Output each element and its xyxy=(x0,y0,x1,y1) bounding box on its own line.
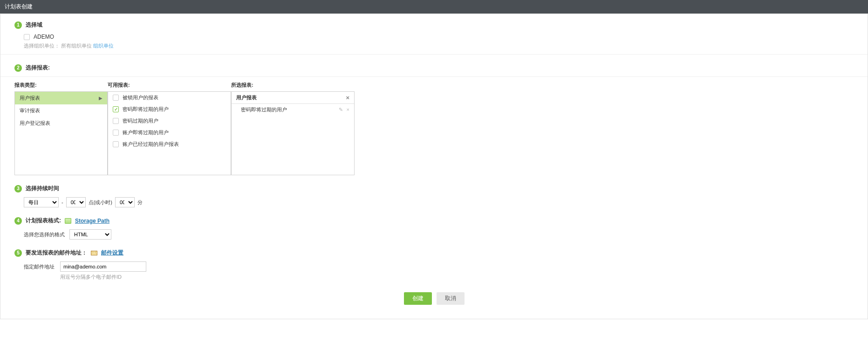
mail-icon xyxy=(91,251,97,255)
avail-label: 密码过期的用户 xyxy=(123,117,158,124)
domain-label: ADEMO xyxy=(34,34,54,40)
types-list: 用户报表 ▶ 审计报表 用户登记报表 xyxy=(14,91,108,175)
step-3-title: 选择持续时间 xyxy=(26,185,59,192)
report-checkbox[interactable] xyxy=(113,130,119,136)
report-checkbox[interactable] xyxy=(113,106,119,112)
available-reports-column: 可用报表: 被锁用户的报表 密码即将过期的用户 密码过期的用户 xyxy=(108,80,231,175)
type-label: 用户报表 xyxy=(20,95,40,102)
type-label: 用户登记报表 xyxy=(20,120,50,127)
hint-text: 所有组织单位 xyxy=(61,43,92,48)
folder-icon xyxy=(65,218,71,224)
selected-list: 用户报表 × 密码即将过期的用户 ✎ × xyxy=(231,91,355,175)
selected-group-label: 用户报表 xyxy=(236,94,257,101)
type-label: 审计报表 xyxy=(20,107,40,114)
avail-item[interactable]: 密码即将过期的用户 xyxy=(108,103,231,115)
step-4: 4 计划报表格式: Storage Path 选择您选择的格式 HTML xyxy=(0,210,868,242)
step-1-title: 选择域 xyxy=(26,21,42,29)
step-badge-1: 1 xyxy=(14,21,22,29)
step-1: 1 选择域 ADEMO 选择组织单位： 所有组织单位 组织单位 xyxy=(0,14,868,52)
avail-item[interactable]: 账户已经过期的用户报表 xyxy=(108,138,231,150)
step-4-title: 计划报表格式: xyxy=(26,217,61,225)
step-badge-4: 4 xyxy=(14,217,22,225)
email-hint: 用逗号分隔多个电子邮件ID xyxy=(60,274,146,281)
step-5-title: 要发送报表的邮件地址： xyxy=(26,249,87,257)
step-3-header: 3 选择持续时间 xyxy=(14,185,854,192)
type-item-audit[interactable]: 审计报表 xyxy=(15,104,107,117)
edit-icon[interactable]: ✎ xyxy=(339,107,343,113)
org-unit-hint: 选择组织单位： 所有组织单位 组织单位 xyxy=(24,42,854,49)
step-2-header: 2 选择报表: xyxy=(14,64,854,72)
available-list: 被锁用户的报表 密码即将过期的用户 密码过期的用户 账户即将过期的用户 xyxy=(108,91,231,175)
email-input[interactable] xyxy=(60,261,146,272)
avail-label: 账户即将过期的用户 xyxy=(123,129,169,136)
type-item-user[interactable]: 用户报表 ▶ xyxy=(15,92,107,104)
mail-settings-link[interactable]: 邮件设置 xyxy=(101,249,123,257)
step-badge-3: 3 xyxy=(14,185,22,192)
remove-icon[interactable]: × xyxy=(347,107,349,113)
avail-item[interactable]: 账户即将过期的用户 xyxy=(108,127,231,138)
hour-label: 点(或小时) xyxy=(89,199,112,206)
footer-buttons: 创建 取消 xyxy=(0,283,868,309)
schedule-row: 每日 - 00 点(或小时) 00 分 xyxy=(24,197,854,207)
step-3: 3 选择持续时间 每日 - 00 点(或小时) 00 分 xyxy=(0,178,868,210)
dash-label: - xyxy=(62,199,63,205)
avail-header: 可用报表: xyxy=(108,80,231,91)
divider xyxy=(0,76,868,77)
step-badge-5: 5 xyxy=(14,249,22,257)
divider xyxy=(0,54,868,55)
minute-select[interactable]: 00 xyxy=(115,197,135,207)
step-1-header: 1 选择域 xyxy=(14,21,854,29)
report-checkbox[interactable] xyxy=(113,118,119,124)
page-title: 计划表创建 xyxy=(5,3,33,10)
form-container: 1 选择域 ADEMO 选择组织单位： 所有组织单位 组织单位 2 选择报表: … xyxy=(0,14,868,319)
report-checkbox[interactable] xyxy=(113,95,119,101)
hour-select[interactable]: 00 xyxy=(66,197,86,207)
cancel-button[interactable]: 取消 xyxy=(437,292,465,305)
domain-row: ADEMO xyxy=(24,34,854,40)
step-2: 2 选择报表: 报表类型: 用户报表 ▶ 审计报表 用户登记报表 xyxy=(0,57,868,178)
format-row: 选择您选择的格式 HTML xyxy=(24,229,854,240)
report-types-column: 报表类型: 用户报表 ▶ 审计报表 用户登记报表 xyxy=(14,80,108,175)
selected-item: 密码即将过期的用户 ✎ × xyxy=(232,104,354,116)
minute-label: 分 xyxy=(137,199,143,206)
domain-checkbox[interactable] xyxy=(24,34,30,40)
create-button[interactable]: 创建 xyxy=(404,292,432,305)
avail-label: 账户已经过期的用户报表 xyxy=(123,141,179,148)
format-label: 选择您选择的格式 xyxy=(24,231,65,238)
step-2-title: 选择报表: xyxy=(26,64,50,72)
types-header: 报表类型: xyxy=(14,80,108,91)
sel-header: 所选报表: xyxy=(231,80,355,91)
email-row: 指定邮件地址 用逗号分隔多个电子邮件ID xyxy=(24,261,854,281)
avail-item[interactable]: 被锁用户的报表 xyxy=(108,92,231,103)
step-5-header: 5 要发送报表的邮件地址： 邮件设置 xyxy=(14,249,854,257)
step-4-header: 4 计划报表格式: Storage Path xyxy=(14,217,854,225)
page-header: 计划表创建 xyxy=(0,0,868,14)
hint-prefix: 选择组织单位： xyxy=(24,43,60,48)
format-select[interactable]: HTML xyxy=(69,229,111,240)
type-item-reg[interactable]: 用户登记报表 xyxy=(15,117,107,130)
avail-label: 密码即将过期的用户 xyxy=(123,106,169,113)
close-icon[interactable]: × xyxy=(346,94,349,101)
avail-label: 被锁用户的报表 xyxy=(123,94,158,101)
email-label: 指定邮件地址 xyxy=(24,261,55,270)
chevron-right-icon: ▶ xyxy=(99,96,103,101)
frequency-select[interactable]: 每日 xyxy=(24,197,59,207)
org-unit-link[interactable]: 组织单位 xyxy=(93,43,114,48)
step-5: 5 要发送报表的邮件地址： 邮件设置 指定邮件地址 用逗号分隔多个电子邮件ID xyxy=(0,242,868,283)
step-badge-2: 2 xyxy=(14,64,22,72)
selected-reports-column: 所选报表: 用户报表 × 密码即将过期的用户 ✎ × xyxy=(231,80,355,175)
selected-item-label: 密码即将过期的用户 xyxy=(241,106,287,113)
storage-path-link[interactable]: Storage Path xyxy=(75,218,109,224)
report-checkbox[interactable] xyxy=(113,141,119,147)
selected-group-header: 用户报表 × xyxy=(232,92,354,104)
avail-item[interactable]: 密码过期的用户 xyxy=(108,115,231,127)
